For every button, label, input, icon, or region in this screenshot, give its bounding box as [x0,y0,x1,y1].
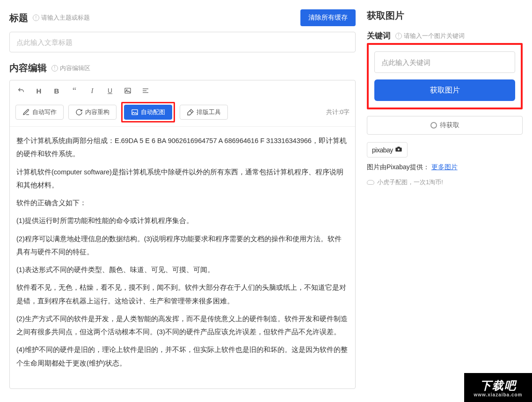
keyword-label: 关键词 [367,30,391,41]
auto-image-button[interactable]: 自动配图 [124,105,172,120]
info-icon: ! [51,65,58,72]
content-paragraph: (1)提供运行时所需功能和性能的命令或计算机程序集合。 [16,214,349,227]
info-icon: ! [395,33,402,39]
keyword-hint: ! 请输入一个图片关键词 [395,32,465,40]
content-paragraph: 软件看不见，无色，枯燥，看不见，摸不到，闻不到。软件大部分存在于人们的头脑或纸上… [16,281,349,308]
content-paragraph: (2)程序可以满意地处理信息的数据结构。(3)说明程序功能要求和程序需要的文档的… [16,232,349,259]
editor-box: H B “ I U 自动写作 内容重构 [9,80,356,389]
content-paragraph: (4)维护不同的硬件是旧的，理论上软件是旧的，并不坏，但实际上软件也是旧的和坏的… [16,343,349,370]
cloud-icon [367,180,374,185]
underline-icon[interactable]: U [105,86,115,95]
clear-cache-button[interactable]: 清除所有缓存 [300,9,356,26]
undo-icon[interactable] [16,86,26,95]
image-credit: 图片由Pixabay提供： 更多图片 [367,163,523,172]
editor-hint: ! 内容编辑区 [51,64,90,72]
quote-icon[interactable]: “ [70,86,79,95]
picture-icon [131,108,138,116]
watermark: 下载吧 www.xiazaiba.com [464,373,532,402]
layout-icon [187,108,194,116]
more-images-link[interactable]: 更多图片 [431,163,458,171]
layout-tool-button[interactable]: 排版工具 [180,105,228,120]
pending-status[interactable]: 待获取 [367,116,523,135]
content-paragraph: 软件的正确含义如下： [16,196,349,209]
title-heading: 标题 [9,12,28,24]
editor-heading: 内容编辑 [9,62,47,74]
image-panel-header: 获取图片 [367,9,523,22]
italic-icon[interactable]: I [87,86,97,95]
toolbar: H B “ I U 自动写作 内容重构 [10,80,355,127]
restructure-button[interactable]: 内容重构 [68,105,117,120]
bold-icon[interactable]: B [52,86,61,95]
title-hint: ! 请输入主题或标题 [33,14,90,22]
title-header: 标题 ! 请输入主题或标题 清除所有缓存 [9,9,356,26]
keyword-header: 关键词 ! 请输入一个图片关键词 [367,30,523,41]
content-paragraph: 计算机软件(computer software)是指计算机系统中除硬件以外的所有… [16,165,349,192]
title-input[interactable] [9,32,356,52]
heading-icon[interactable]: H [34,86,44,95]
keyword-input[interactable] [374,51,515,73]
image-panel-heading: 获取图片 [367,9,404,22]
auto-write-button[interactable]: 自动写作 [15,105,64,120]
editor-header: 内容编辑 ! 内容编辑区 [9,62,356,74]
footer-note: 小虎子配图，一次1淘币! [367,178,523,187]
info-icon: ! [33,14,39,21]
image-icon[interactable] [123,86,132,95]
content-paragraph: 整个计算机系统由两部分组成：E.69DA 5 E 6 BA 9062616964… [16,134,349,161]
camera-icon [395,145,402,154]
editor-content[interactable]: 整个计算机系统由两部分组成：E.69DA 5 E 6 BA 9062616964… [10,127,355,388]
refresh-icon [75,108,83,116]
content-paragraph: (2)生产方式不同的软件是开发，是人类智能的高发挥，而不是传统意义上的硬件制造。… [16,312,349,339]
word-count: 共计:0字 [326,108,350,116]
circle-icon [430,122,437,129]
align-left-icon[interactable] [141,86,150,95]
auto-image-highlight: 自动配图 [121,102,175,122]
get-image-button[interactable]: 获取图片 [374,79,515,101]
pixabay-badge: pixabay [367,142,408,158]
svg-point-6 [398,149,400,151]
keyword-highlight-block: 获取图片 [367,43,523,109]
content-paragraph: (1)表达形式不同的硬件类型、颜色、味道、可见、可摸、可闻。 [16,263,349,276]
pencil-icon [22,108,30,116]
